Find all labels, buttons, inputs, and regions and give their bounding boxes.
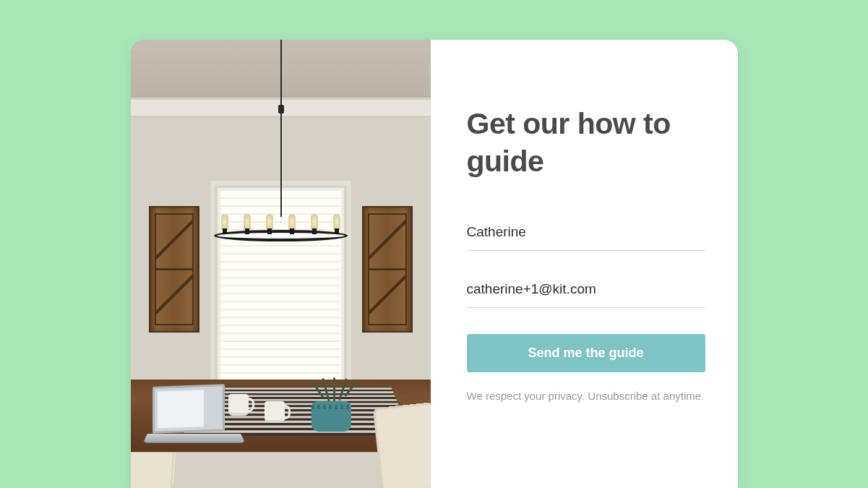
name-field[interactable] — [467, 217, 705, 251]
signup-form: Get our how to guide Send me the guide W… — [431, 40, 738, 488]
privacy-text: We respect your privacy. Unsubscribe at … — [467, 388, 705, 405]
form-headline: Get our how to guide — [467, 105, 705, 181]
submit-button[interactable]: Send me the guide — [467, 334, 705, 372]
signup-card: Get our how to guide Send me the guide W… — [131, 40, 738, 488]
email-field[interactable] — [467, 274, 705, 308]
hero-image — [131, 40, 431, 488]
